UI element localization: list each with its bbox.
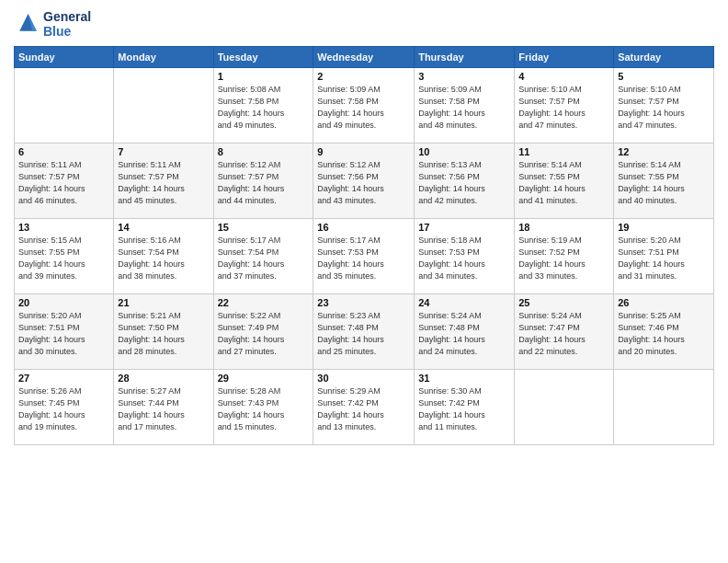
day-number: 30 [317,373,410,384]
day-number: 11 [518,146,609,157]
day-number: 17 [418,222,510,233]
calendar-cell [614,370,714,445]
day-detail: Sunrise: 5:27 AM Sunset: 7:44 PM Dayligh… [118,385,209,433]
day-detail: Sunrise: 5:16 AM Sunset: 7:54 PM Dayligh… [118,235,209,282]
calendar-cell: 17Sunrise: 5:18 AM Sunset: 7:53 PM Dayli… [415,219,515,294]
day-detail: Sunrise: 5:15 AM Sunset: 7:55 PM Dayligh… [18,235,109,282]
day-detail: Sunrise: 5:28 AM Sunset: 7:43 PM Dayligh… [218,385,310,433]
day-detail: Sunrise: 5:24 AM Sunset: 7:47 PM Dayligh… [518,310,609,358]
day-number: 8 [218,146,310,157]
calendar-cell: 2Sunrise: 5:09 AM Sunset: 7:58 PM Daylig… [313,68,415,144]
day-number: 13 [18,222,109,233]
day-number: 4 [518,71,609,82]
day-detail: Sunrise: 5:19 AM Sunset: 7:52 PM Dayligh… [518,235,609,282]
day-number: 27 [18,373,109,384]
calendar-cell: 29Sunrise: 5:28 AM Sunset: 7:43 PM Dayli… [213,370,313,445]
page-header: General Blue [14,9,714,39]
logo-text: General Blue [43,9,91,39]
day-detail: Sunrise: 5:24 AM Sunset: 7:48 PM Dayligh… [418,310,510,358]
day-detail: Sunrise: 5:17 AM Sunset: 7:54 PM Dayligh… [218,235,310,282]
weekday-header: Tuesday [213,47,313,68]
day-number: 23 [317,297,410,308]
day-detail: Sunrise: 5:23 AM Sunset: 7:48 PM Dayligh… [317,310,410,358]
calendar-cell: 3Sunrise: 5:09 AM Sunset: 7:58 PM Daylig… [415,68,515,144]
day-number: 26 [618,297,710,308]
day-number: 16 [317,222,410,233]
day-detail: Sunrise: 5:09 AM Sunset: 7:58 PM Dayligh… [418,84,510,132]
weekday-header: Monday [114,47,213,68]
calendar-cell: 9Sunrise: 5:12 AM Sunset: 7:56 PM Daylig… [313,144,415,219]
day-number: 9 [317,146,410,157]
day-detail: Sunrise: 5:10 AM Sunset: 7:57 PM Dayligh… [518,84,609,132]
day-number: 1 [218,71,310,82]
day-detail: Sunrise: 5:11 AM Sunset: 7:57 PM Dayligh… [18,159,109,207]
day-number: 2 [317,71,410,82]
calendar-cell: 31Sunrise: 5:30 AM Sunset: 7:42 PM Dayli… [415,370,515,445]
calendar-cell: 11Sunrise: 5:14 AM Sunset: 7:55 PM Dayli… [515,144,614,219]
calendar-cell: 24Sunrise: 5:24 AM Sunset: 7:48 PM Dayli… [415,294,515,370]
calendar-table: SundayMondayTuesdayWednesdayThursdayFrid… [14,46,714,445]
calendar-cell: 14Sunrise: 5:16 AM Sunset: 7:54 PM Dayli… [114,219,213,294]
calendar-page: General Blue SundayMondayTuesdayWednesda… [0,0,728,563]
day-detail: Sunrise: 5:29 AM Sunset: 7:42 PM Dayligh… [317,385,410,433]
day-detail: Sunrise: 5:21 AM Sunset: 7:50 PM Dayligh… [118,310,209,358]
day-detail: Sunrise: 5:25 AM Sunset: 7:46 PM Dayligh… [618,310,710,358]
day-detail: Sunrise: 5:17 AM Sunset: 7:53 PM Dayligh… [317,235,410,282]
calendar-cell [515,370,614,445]
calendar-cell: 5Sunrise: 5:10 AM Sunset: 7:57 PM Daylig… [614,68,714,144]
day-detail: Sunrise: 5:14 AM Sunset: 7:55 PM Dayligh… [518,159,609,207]
weekday-header: Friday [515,47,614,68]
calendar-cell: 1Sunrise: 5:08 AM Sunset: 7:58 PM Daylig… [213,68,313,144]
day-detail: Sunrise: 5:08 AM Sunset: 7:58 PM Dayligh… [218,84,310,132]
calendar-cell: 23Sunrise: 5:23 AM Sunset: 7:48 PM Dayli… [313,294,415,370]
calendar-cell [114,68,213,144]
day-detail: Sunrise: 5:12 AM Sunset: 7:57 PM Dayligh… [218,159,310,207]
calendar-cell: 8Sunrise: 5:12 AM Sunset: 7:57 PM Daylig… [213,144,313,219]
day-number: 18 [518,222,609,233]
calendar-cell: 10Sunrise: 5:13 AM Sunset: 7:56 PM Dayli… [415,144,515,219]
calendar-cell: 12Sunrise: 5:14 AM Sunset: 7:55 PM Dayli… [614,144,714,219]
calendar-cell: 27Sunrise: 5:26 AM Sunset: 7:45 PM Dayli… [15,370,114,445]
day-detail: Sunrise: 5:12 AM Sunset: 7:56 PM Dayligh… [317,159,410,207]
day-number: 24 [418,297,510,308]
calendar-cell: 6Sunrise: 5:11 AM Sunset: 7:57 PM Daylig… [15,144,114,219]
day-number: 5 [618,71,710,82]
calendar-cell: 15Sunrise: 5:17 AM Sunset: 7:54 PM Dayli… [213,219,313,294]
calendar-cell: 26Sunrise: 5:25 AM Sunset: 7:46 PM Dayli… [614,294,714,370]
calendar-cell: 16Sunrise: 5:17 AM Sunset: 7:53 PM Dayli… [313,219,415,294]
calendar-cell: 30Sunrise: 5:29 AM Sunset: 7:42 PM Dayli… [313,370,415,445]
logo: General Blue [14,9,91,39]
day-detail: Sunrise: 5:14 AM Sunset: 7:55 PM Dayligh… [618,159,710,207]
day-number: 6 [18,146,109,157]
day-detail: Sunrise: 5:26 AM Sunset: 7:45 PM Dayligh… [18,385,109,433]
day-number: 10 [418,146,510,157]
calendar-cell: 19Sunrise: 5:20 AM Sunset: 7:51 PM Dayli… [614,219,714,294]
day-number: 29 [218,373,310,384]
day-number: 19 [618,222,710,233]
day-detail: Sunrise: 5:09 AM Sunset: 7:58 PM Dayligh… [317,84,410,132]
calendar-cell: 21Sunrise: 5:21 AM Sunset: 7:50 PM Dayli… [114,294,213,370]
weekday-header: Wednesday [313,47,415,68]
day-number: 28 [118,373,209,384]
calendar-cell: 4Sunrise: 5:10 AM Sunset: 7:57 PM Daylig… [515,68,614,144]
calendar-cell: 25Sunrise: 5:24 AM Sunset: 7:47 PM Dayli… [515,294,614,370]
day-detail: Sunrise: 5:11 AM Sunset: 7:57 PM Dayligh… [118,159,209,207]
day-detail: Sunrise: 5:20 AM Sunset: 7:51 PM Dayligh… [618,235,710,282]
weekday-header: Saturday [614,47,714,68]
day-number: 3 [418,71,510,82]
calendar-cell: 22Sunrise: 5:22 AM Sunset: 7:49 PM Dayli… [213,294,313,370]
day-detail: Sunrise: 5:10 AM Sunset: 7:57 PM Dayligh… [618,84,710,132]
day-detail: Sunrise: 5:30 AM Sunset: 7:42 PM Dayligh… [418,385,510,433]
weekday-header: Thursday [415,47,515,68]
day-number: 25 [518,297,609,308]
day-number: 31 [418,373,510,384]
day-number: 14 [118,222,209,233]
weekday-header: Sunday [15,47,114,68]
calendar-cell: 7Sunrise: 5:11 AM Sunset: 7:57 PM Daylig… [114,144,213,219]
calendar-cell: 20Sunrise: 5:20 AM Sunset: 7:51 PM Dayli… [15,294,114,370]
day-detail: Sunrise: 5:13 AM Sunset: 7:56 PM Dayligh… [418,159,510,207]
calendar-cell [15,68,114,144]
day-number: 20 [18,297,109,308]
calendar-header: SundayMondayTuesdayWednesdayThursdayFrid… [15,47,714,68]
day-number: 22 [218,297,310,308]
